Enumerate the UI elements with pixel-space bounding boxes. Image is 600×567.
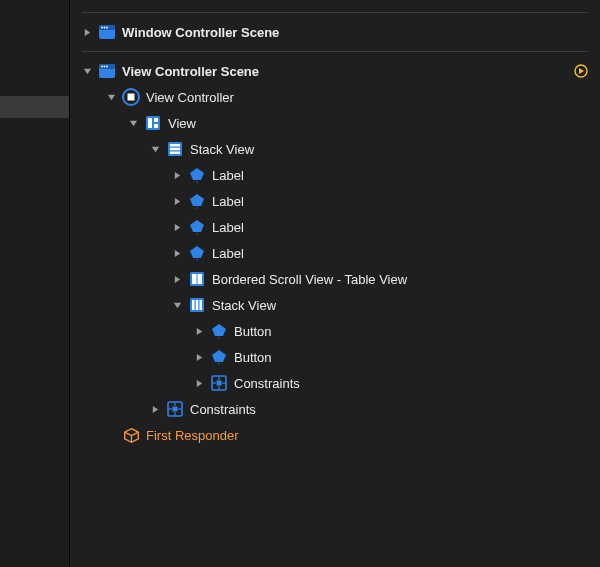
- label-icon: [188, 166, 206, 184]
- scene-label: View Controller Scene: [122, 64, 259, 79]
- label-icon: [188, 244, 206, 262]
- tree-item-text: Label: [212, 220, 244, 235]
- disclosure-triangle-icon[interactable]: [172, 274, 182, 284]
- scene-label: Window Controller Scene: [122, 25, 279, 40]
- svg-rect-43: [200, 300, 203, 310]
- constraints-icon: [210, 374, 228, 392]
- disclosure-triangle-icon[interactable]: [172, 170, 182, 180]
- disclosure-triangle-icon[interactable]: [106, 92, 116, 102]
- tree-item-label[interactable]: Label: [70, 214, 600, 240]
- scene-item-window-controller[interactable]: Window Controller Scene: [70, 19, 600, 45]
- svg-point-11: [106, 66, 108, 68]
- tree-item-constraints[interactable]: Constraints: [70, 370, 600, 396]
- svg-rect-24: [170, 144, 180, 147]
- svg-marker-55: [152, 405, 157, 412]
- button-icon: [210, 322, 228, 340]
- tree-item-first-responder[interactable]: First Responder: [70, 422, 600, 448]
- disclosure-triangle-icon[interactable]: [194, 378, 204, 388]
- tree-item-label[interactable]: Label: [70, 162, 600, 188]
- table-icon: [188, 270, 206, 288]
- svg-marker-35: [174, 275, 179, 282]
- svg-rect-26: [170, 152, 180, 155]
- tree-item-label: View: [168, 116, 196, 131]
- tree-item-view-controller[interactable]: View Controller: [70, 84, 600, 110]
- layout-icon: [144, 114, 162, 132]
- svg-marker-48: [196, 379, 201, 386]
- svg-rect-41: [192, 300, 195, 310]
- gutter-selection: [0, 96, 70, 118]
- tree-item-button[interactable]: Button: [70, 344, 600, 370]
- tree-item-label: View Controller: [146, 90, 234, 105]
- constraints-icon: [166, 400, 184, 418]
- tree-item-stack-view[interactable]: Stack View: [70, 292, 600, 318]
- svg-point-9: [101, 66, 103, 68]
- tree-item-constraints[interactable]: Constraints: [70, 396, 600, 422]
- disclosure-triangle-icon[interactable]: [172, 300, 182, 310]
- tree-item-view[interactable]: View: [70, 110, 600, 136]
- tree-item-scroll-view[interactable]: Bordered Scroll View - Table View: [70, 266, 600, 292]
- disclosure-triangle-icon[interactable]: [128, 118, 138, 128]
- tree-item-button[interactable]: Button: [70, 318, 600, 344]
- stack-horizontal-icon: [188, 296, 206, 314]
- svg-marker-6: [83, 68, 90, 73]
- tree-item-text: Stack View: [212, 298, 276, 313]
- label-icon: [188, 218, 206, 236]
- cube-icon: [122, 426, 140, 444]
- disclosure-triangle-icon[interactable]: [194, 326, 204, 336]
- svg-rect-37: [192, 274, 197, 284]
- svg-point-4: [104, 27, 106, 29]
- editor-gutter: [0, 0, 70, 567]
- svg-marker-14: [107, 94, 114, 99]
- svg-rect-42: [196, 300, 199, 310]
- tree-item-label: Stack View: [190, 142, 254, 157]
- svg-marker-46: [196, 353, 201, 360]
- svg-point-10: [104, 66, 106, 68]
- separator: [82, 51, 588, 52]
- tree-item-text: Button: [234, 350, 272, 365]
- tree-item-text: Constraints: [190, 402, 256, 417]
- tree-item-text: Label: [212, 168, 244, 183]
- disclosure-triangle-icon[interactable]: [172, 248, 182, 258]
- scene-item-view-controller[interactable]: View Controller Scene: [70, 58, 600, 84]
- disclosure-triangle-icon[interactable]: [150, 144, 160, 154]
- tree-item-text: Bordered Scroll View - Table View: [212, 272, 407, 287]
- svg-marker-22: [151, 146, 158, 151]
- svg-rect-19: [148, 118, 152, 128]
- document-outline[interactable]: Window Controller Scene View Controller …: [70, 0, 600, 567]
- tree-item-text: Button: [234, 324, 272, 339]
- disclosure-triangle-icon[interactable]: [172, 196, 182, 206]
- tree-item-text: Constraints: [234, 376, 300, 391]
- disclosure-triangle-icon[interactable]: [194, 352, 204, 362]
- disclosure-triangle-icon[interactable]: [172, 222, 182, 232]
- svg-rect-21: [154, 124, 158, 128]
- svg-marker-17: [129, 120, 136, 125]
- tree-item-stack-view[interactable]: Stack View: [70, 136, 600, 162]
- stack-vertical-icon: [166, 140, 184, 158]
- svg-marker-31: [174, 223, 179, 230]
- svg-point-3: [101, 27, 103, 29]
- window-scene-icon: [98, 62, 116, 80]
- tree-item-text: Label: [212, 246, 244, 261]
- svg-rect-25: [170, 148, 180, 151]
- tree-item-text: Label: [212, 194, 244, 209]
- svg-rect-38: [198, 274, 203, 284]
- svg-marker-39: [173, 302, 180, 307]
- svg-point-5: [106, 27, 108, 29]
- svg-marker-29: [174, 197, 179, 204]
- svg-marker-13: [579, 68, 584, 74]
- svg-rect-16: [128, 94, 135, 101]
- svg-marker-27: [174, 171, 179, 178]
- button-icon: [210, 348, 228, 366]
- tree-item-text: First Responder: [146, 428, 238, 443]
- disclosure-triangle-icon[interactable]: [82, 27, 92, 37]
- svg-marker-0: [84, 28, 89, 35]
- svg-marker-33: [174, 249, 179, 256]
- view-controller-icon: [122, 88, 140, 106]
- label-icon: [188, 192, 206, 210]
- svg-marker-44: [196, 327, 201, 334]
- svg-rect-50: [217, 381, 222, 386]
- tree-item-label[interactable]: Label: [70, 240, 600, 266]
- disclosure-triangle-icon[interactable]: [82, 66, 92, 76]
- disclosure-triangle-icon[interactable]: [150, 404, 160, 414]
- tree-item-label[interactable]: Label: [70, 188, 600, 214]
